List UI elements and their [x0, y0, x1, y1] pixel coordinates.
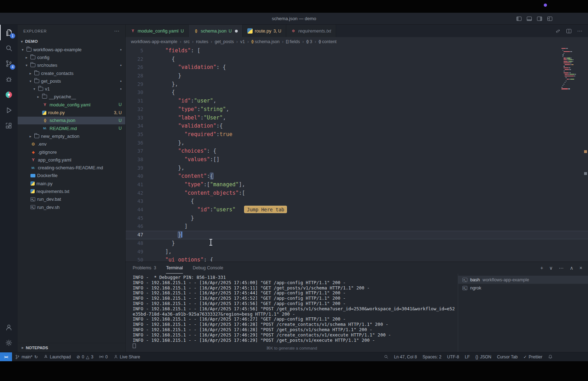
- code-line[interactable]: 50 "ui_options": {: [126, 256, 588, 262]
- editor[interactable]: 5 "fields": [22 {26 "validation": {28 }2…: [126, 46, 588, 262]
- toggle-secondary-sidebar-icon[interactable]: [537, 16, 542, 22]
- notifications-item[interactable]: [545, 352, 555, 361]
- file-item-creating-schemas-readme-md[interactable]: M↓creating-schemas-README.md: [18, 164, 125, 171]
- tab-requirements-txt[interactable]: ⚙requirements.txt: [286, 25, 336, 37]
- breadcrumb-item[interactable]: workflows-app-example: [131, 39, 177, 44]
- folder-item-create-contacts[interactable]: ▸create_contacts: [18, 69, 125, 77]
- ports-item[interactable]: 0: [96, 352, 111, 361]
- code-line[interactable]: 5 "fields": [: [126, 47, 588, 55]
- more-actions-icon[interactable]: ⋯: [577, 28, 582, 34]
- account-icon[interactable]: [0, 320, 18, 335]
- file-item-readme-md[interactable]: M↓README.mdU: [18, 124, 125, 132]
- terminal-session-bash[interactable]: >_bashworkflows-app-example: [458, 276, 588, 284]
- code-line[interactable]: 45 }: [126, 214, 588, 223]
- code-line[interactable]: 26 "validation": {: [126, 63, 588, 72]
- file-item-dockerfile[interactable]: Dockerfile: [18, 172, 125, 180]
- code-line[interactable]: 40 "content":{: [126, 172, 588, 181]
- folder-item-get-posts[interactable]: ▾get_posts●: [18, 77, 125, 85]
- git-branch-item[interactable]: main* ↻: [12, 352, 41, 361]
- file-item-requirements-txt[interactable]: requirements.txt: [18, 187, 125, 195]
- search-icon[interactable]: [0, 40, 18, 56]
- file-item-route-py[interactable]: route.py3, U: [18, 109, 125, 116]
- panel-more-icon[interactable]: ⋯: [559, 265, 564, 271]
- code-line[interactable]: 31 "id":"user",: [126, 97, 588, 105]
- cursor-position-item[interactable]: Ln 47, Col 8: [391, 352, 420, 361]
- code-line[interactable]: 46 ]: [126, 222, 588, 231]
- code-line[interactable]: 42 "content_objects":[: [126, 189, 588, 198]
- debug-icon[interactable]: [0, 71, 18, 87]
- tab-schema-json[interactable]: {}schema.jsonU: [189, 25, 243, 37]
- breadcrumb-item[interactable]: {}3: [306, 39, 312, 44]
- customize-layout-icon[interactable]: [547, 16, 553, 22]
- explorer-more-actions-icon[interactable]: ⋯: [114, 28, 120, 34]
- terminal-dropdown-icon[interactable]: ∨: [549, 265, 553, 271]
- folder-item-workflows-app-example[interactable]: ▾workflows-app-example●: [18, 46, 125, 53]
- panel-tab-problems[interactable]: Problems3: [133, 262, 156, 274]
- live-share-item[interactable]: Live Share: [111, 352, 143, 361]
- file-item--gitignore[interactable]: ◆.gitignore: [18, 148, 125, 156]
- minimap[interactable]: [560, 48, 582, 90]
- code-line[interactable]: 34 "validation":{: [126, 122, 588, 130]
- toggle-panel-icon[interactable]: [526, 16, 532, 22]
- terminal-session-ngrok[interactable]: >_ngrok: [458, 284, 588, 292]
- code-line[interactable]: 41 "type":["managed"],: [126, 181, 588, 189]
- maximize-panel-icon[interactable]: ∧: [570, 265, 573, 271]
- editor-scrollbar[interactable]: [583, 46, 588, 262]
- code-line[interactable]: 29 },: [126, 80, 588, 89]
- code-line[interactable]: 47 }: [126, 231, 588, 239]
- code-line[interactable]: 38 "values":[]: [126, 156, 588, 164]
- code-line[interactable]: 48 }: [126, 239, 588, 248]
- formatter-item[interactable]: ✓ Prettier: [520, 352, 545, 361]
- explorer-icon[interactable]: 1: [0, 25, 18, 40]
- breadcrumb-item[interactable]: routes: [196, 39, 208, 44]
- code-line[interactable]: 30 {: [126, 88, 588, 97]
- code-line[interactable]: 39 },: [126, 164, 588, 172]
- remote-indicator[interactable]: ><: [0, 352, 12, 361]
- tab-route-py[interactable]: route.py3, U: [243, 25, 286, 37]
- encoding-item[interactable]: UTF-8: [444, 352, 462, 361]
- extensions-icon[interactable]: [0, 118, 18, 134]
- folder-item--pycache-[interactable]: ▸__pycache__: [18, 93, 125, 101]
- cursor-tab-item[interactable]: Cursor Tab: [494, 352, 520, 361]
- breadcrumb-item[interactable]: src: [184, 39, 190, 44]
- close-panel-icon[interactable]: ×: [580, 265, 582, 271]
- code-line[interactable]: 33 "label":"User",: [126, 114, 588, 122]
- file-item-main-py[interactable]: main.py: [18, 180, 125, 187]
- split-editor-icon[interactable]: [566, 28, 572, 34]
- settings-icon[interactable]: [0, 335, 18, 351]
- breadcrumb-item[interactable]: {}content: [319, 39, 337, 44]
- breadcrumb-item[interactable]: {}schema.json: [251, 39, 279, 44]
- breadcrumb-item[interactable]: get_posts: [215, 39, 234, 44]
- code-line[interactable]: 28 }: [126, 72, 588, 80]
- project-section-header[interactable]: ▾ DEMO: [18, 37, 125, 46]
- code-line[interactable]: 36 },: [126, 139, 588, 147]
- breadcrumb-item[interactable]: v1: [240, 39, 245, 44]
- folder-item-config[interactable]: ▸config: [18, 53, 125, 61]
- code-line[interactable]: 32 "type":"string",: [126, 105, 588, 114]
- code-line[interactable]: 22 {: [126, 55, 588, 64]
- source-control-icon[interactable]: 4: [0, 56, 18, 71]
- file-item-run-dev-bat[interactable]: >_run_dev.bat: [18, 195, 125, 203]
- launchpad-item[interactable]: Launchpad: [41, 352, 74, 361]
- language-mode-item[interactable]: {} JSON: [473, 352, 494, 361]
- code-line[interactable]: 43 {: [126, 197, 588, 206]
- file-item-app-config-yaml[interactable]: Yapp_config.yaml: [18, 156, 125, 164]
- toggle-primary-sidebar-icon[interactable]: [516, 16, 522, 22]
- file-item--env[interactable]: ⚙.env: [18, 140, 125, 148]
- folder-item-v1[interactable]: ▾v1●: [18, 85, 125, 93]
- file-item-run-dev-sh[interactable]: >_run_dev.sh: [18, 203, 125, 211]
- eol-item[interactable]: LF: [462, 352, 473, 361]
- jump-here-hint[interactable]: Jump Here tab: [244, 206, 287, 213]
- code-line[interactable]: 37 "choices": {: [126, 147, 588, 156]
- code-line[interactable]: 49 ],: [126, 248, 588, 256]
- terminal-output[interactable]: INFO - * Debugger PIN: 856-118-331INFO -…: [126, 274, 458, 352]
- notepads-section-header[interactable]: ▸ NOTEPADS: [18, 343, 125, 352]
- code-line[interactable]: 44 "id":"users"Jump Here tab: [126, 206, 588, 214]
- new-terminal-icon[interactable]: +: [540, 265, 543, 271]
- folder-item-new-empty-action[interactable]: ▸new_empty_action: [18, 132, 125, 140]
- panel-tab-terminal[interactable]: Terminal: [166, 262, 183, 274]
- run-icon[interactable]: [0, 102, 18, 118]
- code-line[interactable]: 35 "required":true: [126, 130, 588, 139]
- open-changes-icon[interactable]: [555, 28, 561, 34]
- breadcrumb-item[interactable]: [ ]fields: [286, 39, 300, 44]
